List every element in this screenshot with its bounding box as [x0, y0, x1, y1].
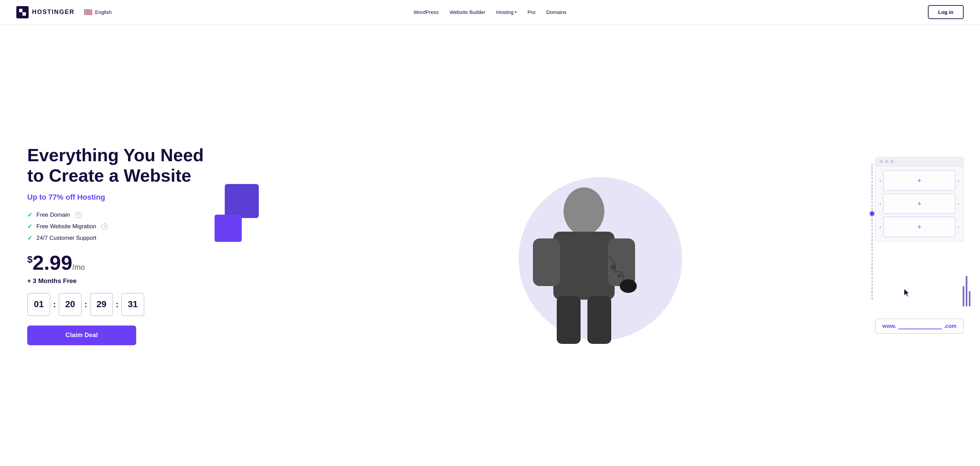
- svg-point-47: [86, 11, 86, 11]
- block-card-1[interactable]: +: [883, 170, 956, 191]
- claim-deal-button[interactable]: Claim Deal: [27, 325, 136, 345]
- svg-point-70: [87, 12, 88, 12]
- builder-ui-panel: ‹ + › ‹ + › ‹ + ›: [875, 157, 964, 241]
- feature-domain: ✓ Free Domain ?: [27, 211, 204, 219]
- hosting-chevron-icon: ▾: [515, 10, 517, 14]
- domain-prefix: www.: [882, 323, 896, 329]
- svg-point-10: [84, 10, 85, 10]
- check-icon-domain: ✓: [27, 211, 32, 219]
- svg-point-66: [85, 12, 86, 12]
- svg-point-71: [563, 187, 605, 235]
- block-card-3[interactable]: +: [883, 217, 956, 237]
- purple-square-large: [225, 184, 259, 218]
- svg-point-44: [85, 11, 85, 11]
- block-row-3: ‹ + ›: [880, 217, 959, 237]
- logo-link[interactable]: HOSTINGER: [16, 6, 75, 18]
- language-selector[interactable]: English: [81, 8, 115, 16]
- countdown-hundredths: 31: [121, 293, 145, 316]
- block-row-1: ‹ + ›: [880, 170, 959, 191]
- subtitle-prefix: Up to: [27, 193, 48, 201]
- price-section: $2.99/mo: [27, 253, 204, 273]
- countdown-seconds: 29: [90, 293, 113, 316]
- subtitle-highlight: 77% off: [48, 193, 75, 201]
- countdown-sep-3: :: [116, 300, 118, 309]
- svg-rect-7: [84, 13, 92, 14]
- domain-suffix: .com: [944, 323, 956, 329]
- svg-point-11: [85, 10, 86, 10]
- nav-pro[interactable]: Pro: [527, 9, 535, 15]
- nav-domains[interactable]: Domains: [546, 9, 566, 15]
- block-cards-container: ‹ + › ‹ + › ‹ + ›: [875, 166, 964, 241]
- block-arrow-right-3[interactable]: ›: [958, 224, 959, 230]
- svg-rect-73: [533, 238, 560, 286]
- help-icon-domain[interactable]: ?: [75, 212, 81, 218]
- svg-point-69: [86, 12, 87, 12]
- block-arrow-left-1[interactable]: ‹: [880, 178, 881, 183]
- hero-visual: ‹ + › ‹ + › ‹ + ›: [204, 143, 964, 347]
- svg-point-23: [85, 10, 86, 10]
- svg-point-26: [87, 10, 87, 10]
- free-months-label: + 3 Months Free: [27, 277, 204, 285]
- svg-point-64: [87, 11, 87, 12]
- svg-point-77: [610, 265, 616, 270]
- dashed-line: [872, 163, 872, 300]
- domain-input-overlay: www. .com: [875, 319, 964, 334]
- block-arrow-right-2[interactable]: ›: [958, 201, 959, 206]
- svg-rect-75: [557, 296, 581, 344]
- browser-dot-3: [891, 160, 894, 163]
- browser-dot-2: [885, 160, 888, 163]
- svg-point-34: [85, 10, 86, 11]
- feature-support: ✓ 24/7 Customer Support: [27, 235, 204, 242]
- price-amount: 2.99: [33, 251, 73, 274]
- cursor-icon: [904, 289, 911, 297]
- block-arrow-right-1[interactable]: ›: [958, 178, 959, 183]
- feature-migration-text: Free Website Migration: [37, 223, 96, 230]
- countdown-minutes: 20: [59, 293, 82, 316]
- svg-point-60: [85, 11, 85, 12]
- feature-migration: ✓ Free Website Migration ?: [27, 223, 204, 230]
- feature-domain-text: Free Domain: [37, 212, 70, 219]
- block-arrow-left-3[interactable]: ‹: [880, 224, 881, 230]
- block-arrow-left-2[interactable]: ‹: [880, 201, 881, 206]
- nav-links: WordPress Website Builder Hosting ▾ Pro …: [414, 9, 566, 15]
- features-list: ✓ Free Domain ? ✓ Free Website Migration…: [27, 211, 204, 242]
- nav-website-builder[interactable]: Website Builder: [449, 9, 485, 15]
- purple-square-small: [215, 215, 242, 242]
- check-icon-migration: ✓: [27, 223, 32, 230]
- svg-point-48: [87, 11, 87, 11]
- vert-bars-decoration: [963, 276, 970, 306]
- svg-point-37: [87, 10, 87, 11]
- countdown-timer: 01 : 20 : 29 : 31: [27, 293, 204, 316]
- subtitle-suffix: Hosting: [75, 193, 105, 201]
- check-icon-support: ✓: [27, 235, 32, 242]
- svg-rect-74: [608, 238, 635, 286]
- svg-point-25: [86, 10, 86, 10]
- feature-support-text: 24/7 Customer Support: [37, 235, 96, 241]
- block-card-2[interactable]: +: [883, 193, 956, 214]
- svg-rect-0: [16, 6, 29, 18]
- svg-point-15: [87, 10, 88, 10]
- svg-point-78: [618, 274, 622, 278]
- svg-point-22: [85, 10, 85, 10]
- block-row-2: ‹ + ›: [880, 193, 959, 214]
- logo-text: HOSTINGER: [32, 8, 75, 16]
- vbar-3: [969, 291, 970, 306]
- help-icon-migration[interactable]: ?: [102, 223, 108, 230]
- navbar: HOSTINGER: [0, 0, 980, 24]
- svg-point-14: [86, 10, 87, 10]
- login-button[interactable]: Log in: [928, 5, 964, 19]
- svg-rect-6: [84, 12, 92, 13]
- svg-point-65: [84, 12, 85, 12]
- hero-subtitle: Up to 77% off Hosting: [27, 193, 204, 202]
- nav-hosting[interactable]: Hosting ▾: [496, 9, 517, 15]
- nav-wordpress[interactable]: WordPress: [414, 9, 439, 15]
- svg-point-61: [85, 11, 86, 12]
- countdown-hours: 01: [27, 293, 50, 316]
- svg-rect-76: [587, 296, 611, 344]
- domain-input-line: [898, 323, 942, 329]
- us-flag-icon: [84, 10, 92, 15]
- price-dollar: $: [27, 254, 33, 265]
- svg-point-12: [86, 10, 86, 10]
- svg-point-13: [86, 10, 86, 10]
- hero-section: Everything You Need to Create a Website …: [0, 24, 980, 466]
